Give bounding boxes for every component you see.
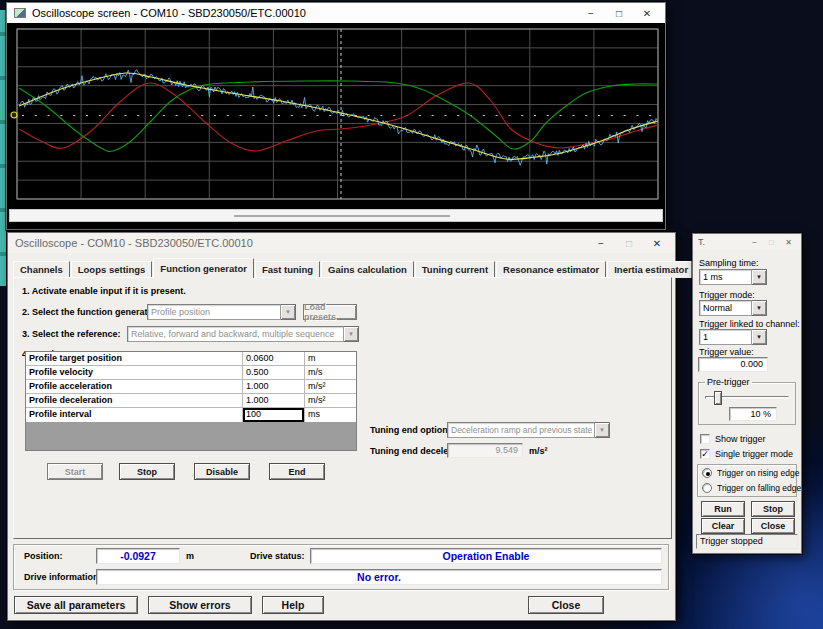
table-row: Profile velocity 0.500 m/s	[26, 366, 356, 380]
chevron-down-icon[interactable]: ▼	[595, 422, 610, 438]
app-icon	[14, 8, 26, 18]
table-row: Profile interval 100 ms	[26, 408, 356, 422]
pre-trigger-value[interactable]: 10 %	[729, 407, 777, 421]
drive-status-value: Operation Enable	[310, 548, 662, 564]
tab-inertia-estimator[interactable]: Inertia estimator	[607, 261, 695, 278]
start-button[interactable]: Start	[47, 463, 103, 480]
parameter-unit: m/s²	[305, 380, 356, 393]
trigger-close-button[interactable]: Close	[751, 518, 795, 534]
table-row: Profile target position 0.0600 m	[26, 352, 356, 366]
trigger-panel-titlebar[interactable]: T. − □ ✕	[693, 234, 801, 250]
step1-label: 1. Activate enable input if it is presen…	[22, 286, 186, 296]
tuning-end-decel-field[interactable]: 9.549	[447, 443, 523, 458]
parameter-value[interactable]: 0.0600	[243, 352, 305, 365]
parameter-name: Profile velocity	[26, 366, 243, 379]
save-all-parameters-button[interactable]: Save all parameters	[14, 596, 138, 614]
window-controls: − □ ✕	[746, 235, 797, 249]
rising-edge-label: Trigger on rising edge	[717, 468, 799, 478]
stop-button[interactable]: Stop	[119, 463, 175, 480]
scope-window-titlebar[interactable]: Oscilloscope screen - COM10 - SBD230050/…	[7, 3, 665, 23]
close-icon[interactable]: ✕	[643, 234, 671, 253]
trigger-falling-edge-radio[interactable]	[702, 483, 712, 493]
show-trigger-row: Show trigger	[700, 434, 766, 444]
disable-button[interactable]: Disable	[194, 463, 250, 480]
scope-window-title: Oscilloscope screen - COM10 - SBD230050/…	[32, 7, 306, 19]
trigger-stop-button[interactable]: Stop	[751, 501, 795, 517]
parameter-unit: m/s	[305, 366, 356, 379]
minimize-icon[interactable]: −	[746, 235, 763, 249]
chevron-down-icon[interactable]: ▼	[752, 269, 767, 285]
sampling-time-select[interactable]: 1 ms ▼	[699, 269, 767, 285]
selected-function-generator: Profile position	[147, 304, 281, 320]
chevron-down-icon[interactable]: ▼	[281, 304, 296, 320]
function-generator-page: 1. Activate enable input if it is presen…	[13, 277, 672, 539]
step2-label: 2. Select the function generator:	[22, 307, 160, 317]
pre-trigger-slider[interactable]	[705, 396, 789, 399]
parameter-name: Profile acceleration	[26, 380, 243, 393]
function-generator-select[interactable]: Profile position ▼	[147, 304, 296, 320]
trigger-panel-window: T. − □ ✕ Sampling time: 1 ms ▼ Trigger m…	[692, 233, 802, 554]
parameter-unit: ms	[305, 408, 356, 422]
minimize-icon[interactable]: −	[587, 234, 615, 253]
dialog-close-button[interactable]: Close	[528, 596, 604, 614]
tab-tuning-current[interactable]: Tuning current	[415, 261, 495, 278]
scrollbar-thumb[interactable]	[234, 215, 450, 217]
tab-channels[interactable]: Channels	[13, 261, 70, 278]
trigger-panel-title: T.	[698, 237, 705, 247]
run-button[interactable]: Run	[701, 501, 745, 517]
parameter-value[interactable]: 0.500	[243, 366, 305, 379]
dialog-titlebar[interactable]: Oscilloscope - COM10 - SBD230050/ETC.000…	[8, 233, 675, 253]
drive-status-group: Position: -0.0927 m Drive status: Operat…	[13, 544, 669, 590]
chevron-down-icon[interactable]: ▼	[752, 300, 767, 316]
selected-trigger-mode: Normal	[699, 300, 752, 316]
show-trigger-checkbox[interactable]	[700, 434, 710, 444]
parameter-name: Profile interval	[26, 408, 243, 422]
parameter-value[interactable]: 1.000	[243, 394, 305, 407]
parameter-value[interactable]: 1.000	[243, 380, 305, 393]
single-trigger-checkbox[interactable]: ✓	[700, 449, 710, 459]
show-errors-button[interactable]: Show errors	[148, 596, 252, 614]
falling-edge-row: Trigger on falling edge	[702, 483, 801, 493]
pre-trigger-groupbox: Pre-trigger 10 %	[698, 382, 796, 425]
maximize-icon[interactable]: □	[763, 235, 780, 249]
load-presets-button[interactable]: Load presets	[303, 304, 357, 320]
close-icon[interactable]: ✕	[633, 4, 661, 23]
chevron-down-icon[interactable]: ▼	[752, 329, 767, 345]
position-label: Position:	[24, 551, 63, 561]
trigger-mode-label: Trigger mode:	[699, 290, 755, 300]
position-value: -0.0927	[96, 548, 180, 564]
tab-gains-calculation[interactable]: Gains calculation	[321, 261, 414, 278]
linked-channel-select[interactable]: 1 ▼	[699, 329, 767, 345]
position-unit: m	[186, 551, 194, 561]
selected-tuning-end-option: Deceleration ramp and previous state	[447, 422, 595, 438]
trigger-value-label: Trigger value:	[699, 347, 754, 357]
window-controls: − □ ✕	[587, 234, 671, 253]
maximize-icon[interactable]: □	[605, 4, 633, 23]
parameter-value-focused[interactable]: 100	[243, 408, 305, 422]
drive-information-label: Drive information:	[24, 572, 102, 582]
trigger-value-field[interactable]: 0.000	[698, 357, 768, 372]
trigger-rising-edge-radio[interactable]	[702, 468, 712, 478]
minimize-icon[interactable]: −	[577, 4, 605, 23]
trigger-mode-select[interactable]: Normal ▼	[699, 300, 767, 316]
linked-channel-label: Trigger linked to channel:	[699, 319, 800, 329]
tab-loops-settings[interactable]: Loops settings	[71, 261, 153, 278]
help-button[interactable]: Help	[262, 596, 324, 614]
parameter-unit: m/s²	[305, 394, 356, 407]
parameter-unit: m	[305, 352, 356, 365]
reference-select[interactable]: Relative, forward and backward, multiple…	[127, 326, 359, 342]
end-button[interactable]: End	[269, 463, 325, 480]
tab-function-generator[interactable]: Function generator	[153, 258, 254, 278]
tab-resonance-estimator[interactable]: Resonance estimator	[496, 261, 606, 278]
tuning-end-option-select[interactable]: Deceleration ramp and previous state ▼	[447, 422, 610, 438]
close-icon[interactable]: ✕	[780, 235, 797, 249]
tab-fast-tuning[interactable]: Fast tuning	[255, 261, 320, 278]
selected-sampling-time: 1 ms	[699, 269, 752, 285]
chevron-down-icon[interactable]: ▼	[344, 326, 359, 342]
drive-status-label: Drive status:	[250, 551, 305, 561]
scope-horizontal-scrollbar[interactable]	[9, 209, 663, 222]
maximize-icon[interactable]: □	[615, 234, 643, 253]
clear-button[interactable]: Clear	[701, 518, 745, 534]
slider-thumb[interactable]	[714, 391, 722, 405]
falling-edge-label: Trigger on falling edge	[717, 483, 801, 493]
